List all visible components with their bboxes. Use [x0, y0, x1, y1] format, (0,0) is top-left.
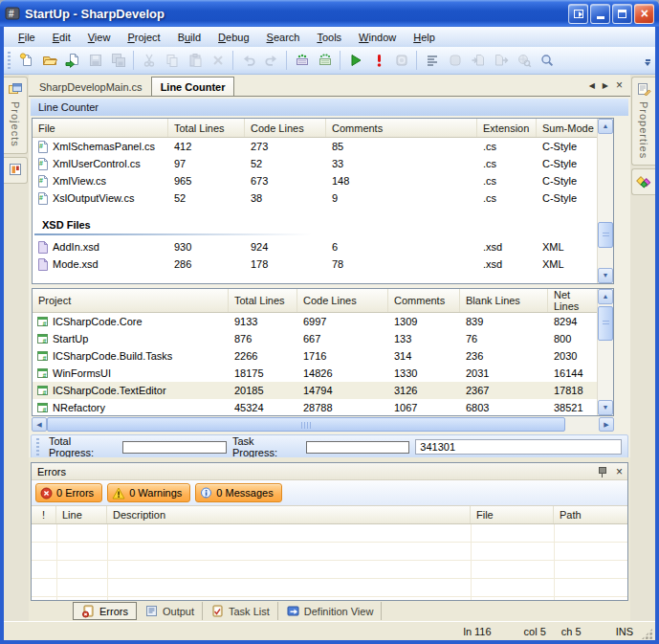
menu-tools[interactable]: Tools	[308, 29, 350, 46]
menu-file[interactable]: File	[10, 29, 44, 46]
scroll-thumb[interactable]	[598, 222, 613, 248]
document-tab-line-counter[interactable]: Line Counter	[151, 77, 235, 96]
column-header-project[interactable]: Project	[33, 289, 229, 312]
title-bar[interactable]: # StartUp - SharpDevelop ×	[0, 0, 659, 27]
stop-button[interactable]	[390, 49, 412, 72]
paste-button[interactable]	[184, 49, 206, 72]
column-header-comments[interactable]: Comments	[326, 119, 477, 137]
scroll-up-icon[interactable]: ▲	[598, 119, 613, 134]
column-header-[interactable]: !	[32, 506, 56, 523]
next-bookmark-button[interactable]	[490, 49, 512, 72]
maximize-button[interactable]	[612, 4, 632, 24]
column-header-description[interactable]: Description	[107, 506, 471, 523]
tab-scroll-left-icon[interactable]: ◀	[589, 81, 595, 90]
menu-project[interactable]: Project	[119, 29, 168, 46]
menu-view[interactable]: View	[79, 29, 120, 46]
scroll-left-icon[interactable]: ◀	[32, 417, 47, 432]
search-button[interactable]	[536, 49, 558, 72]
table-row[interactable]: #ICSharpCode.TextEditor20185147943126236…	[33, 382, 597, 399]
errors-filter-button[interactable]: 0 Errors	[35, 483, 102, 502]
column-header-file[interactable]: File	[471, 506, 554, 523]
menu-debug[interactable]: Debug	[209, 29, 257, 46]
table-row[interactable]: #ICSharpCode.Build.Tasks2266171631423620…	[33, 347, 597, 365]
file-table-body[interactable]: #XmlSchemasPanel.cs41227385.csC-Style#Xm…	[33, 138, 597, 273]
open-file-button[interactable]	[38, 49, 60, 72]
minimize-button[interactable]	[590, 4, 610, 24]
column-header-comments[interactable]: Comments	[388, 289, 460, 312]
abort-build-button[interactable]	[367, 49, 389, 72]
build-button[interactable]	[291, 49, 313, 72]
table-row[interactable]: #XmlSchemasPanel.cs41227385.csC-Style	[33, 138, 597, 155]
run-button[interactable]	[344, 49, 366, 72]
menu-build[interactable]: Build	[169, 29, 209, 46]
menu-edit[interactable]: Edit	[44, 29, 79, 46]
clear-bookmarks-button[interactable]	[513, 49, 535, 72]
side-tab-properties[interactable]: Properties	[631, 77, 655, 166]
toggle-bookmark-button[interactable]	[444, 49, 466, 72]
table-row[interactable]: AddIn.xsd9309246.xsdXML	[33, 238, 597, 255]
redo-button[interactable]	[260, 49, 282, 72]
menu-search[interactable]: Search	[258, 29, 309, 46]
menu-window[interactable]: Window	[350, 29, 405, 46]
new-from-template-button[interactable]	[61, 49, 83, 72]
rebuild-button[interactable]	[314, 49, 336, 72]
column-header-path[interactable]: Path	[554, 506, 627, 523]
table-row[interactable]: #StartUp87666713376800	[33, 330, 597, 347]
save-all-button[interactable]	[107, 49, 129, 72]
column-header-file[interactable]: File	[33, 119, 168, 137]
side-tab-classes[interactable]	[4, 157, 28, 184]
pad-tab-definition-view[interactable]: Definition View	[278, 602, 383, 620]
undo-button[interactable]	[237, 49, 259, 72]
errors-close-icon[interactable]: ×	[616, 466, 623, 477]
column-header-net-lines[interactable]: Net Lines	[548, 289, 597, 312]
tab-scroll-right-icon[interactable]: ▶	[603, 81, 608, 90]
scroll-down-icon[interactable]: ▼	[598, 400, 613, 415]
table-row[interactable]: #WinFormsUI18175148261330203116144	[33, 365, 597, 382]
progress-toolbar-grip[interactable]	[36, 438, 39, 455]
column-header-extension[interactable]: Extension	[477, 119, 537, 137]
table-row[interactable]: #XslOutputView.cs52389.csC-Style	[33, 189, 597, 207]
column-header-line[interactable]: Line	[56, 506, 107, 523]
delete-button[interactable]	[207, 49, 229, 72]
bookmark-list-button[interactable]	[421, 49, 443, 72]
column-header-total-lines[interactable]: Total Lines	[229, 289, 297, 312]
scroll-up-icon[interactable]: ▲	[598, 289, 613, 304]
table-row[interactable]: #NRefactory45324287881067680338521	[33, 399, 597, 415]
pad-tab-errors[interactable]: Errors	[73, 602, 137, 620]
new-file-button[interactable]	[15, 49, 37, 72]
table-row[interactable]: #ICSharpCode.Core9133699713098398294	[33, 313, 597, 330]
table-row[interactable]: #XmlUserControl.cs975233.csC-Style	[33, 155, 597, 172]
column-header-blank-lines[interactable]: Blank Lines	[460, 289, 548, 312]
pad-tab-output[interactable]: Output	[137, 602, 203, 620]
resize-grip[interactable]	[641, 628, 653, 640]
scroll-thumb[interactable]	[598, 306, 613, 341]
project-table-body[interactable]: #ICSharpCode.Core9133699713098398294#Sta…	[33, 313, 597, 415]
table-row[interactable]: #XmlView.cs965673148.csC-Style	[33, 172, 597, 189]
table-row[interactable]: Mode.xsd28617878.xsdXML	[33, 255, 597, 273]
scroll-right-icon[interactable]: ▶	[599, 417, 614, 432]
save-button[interactable]	[84, 49, 106, 72]
cut-button[interactable]	[138, 49, 160, 72]
side-tab-projects[interactable]: Projects	[4, 77, 28, 154]
side-tab-tools[interactable]	[631, 168, 655, 195]
errors-list[interactable]	[32, 524, 627, 600]
document-tab-sharpdevelopmain-cs[interactable]: SharpDevelopMain.cs	[31, 78, 151, 96]
toolbar-grip[interactable]	[8, 52, 11, 69]
column-header-total-lines[interactable]: Total Lines	[168, 119, 245, 137]
horizontal-scrollbar[interactable]: ◀ ▶	[32, 417, 614, 432]
pin-icon[interactable]	[597, 466, 607, 477]
warnings-filter-button[interactable]: 0 Warnings	[107, 483, 190, 502]
file-table-scrollbar[interactable]: ▲ ▼	[597, 119, 613, 283]
prev-bookmark-button[interactable]	[467, 49, 489, 72]
scroll-down-icon[interactable]: ▼	[598, 268, 613, 283]
project-table-scrollbar[interactable]: ▲ ▼	[597, 289, 613, 415]
messages-filter-button[interactable]: 0 Messages	[195, 483, 281, 502]
menu-help[interactable]: Help	[405, 29, 444, 46]
pad-tab-task-list[interactable]: Task List	[203, 602, 278, 620]
toolbar-overflow-button[interactable]	[642, 49, 653, 72]
copy-button[interactable]	[161, 49, 183, 72]
column-header-code-lines[interactable]: Code Lines	[297, 289, 388, 312]
tab-close-icon[interactable]: ×	[616, 78, 623, 92]
scroll-thumb[interactable]	[47, 417, 565, 432]
column-header-sum-mode[interactable]: Sum-Mode	[537, 119, 597, 137]
